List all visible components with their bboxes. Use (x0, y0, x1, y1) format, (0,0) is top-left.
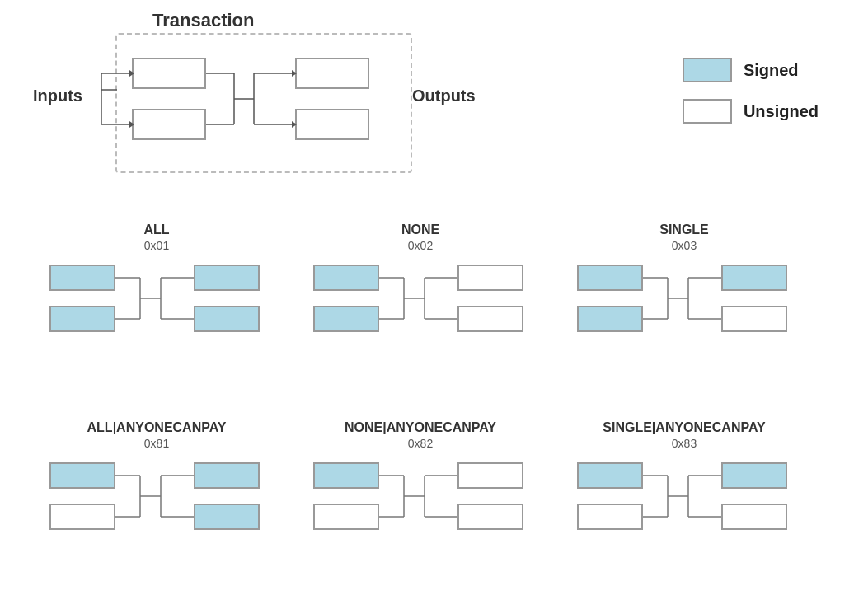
single-input-1 (577, 265, 643, 291)
transaction-label: Transaction (152, 10, 254, 31)
sighash-none-acp-title: NONE|ANYONECANPAY (345, 420, 496, 435)
top-input-box-1 (132, 58, 206, 89)
single-acp-output-1 (721, 462, 787, 489)
main-container: Signed Unsigned Transaction Inputs Outpu… (0, 0, 868, 614)
sighash-all-hex: 0x01 (144, 239, 169, 252)
none-acp-output-2 (457, 504, 523, 530)
sighash-row-1: ALL 0x01 (25, 223, 833, 343)
all-input-2 (49, 306, 115, 332)
sighash-all-acp-canvas (41, 458, 272, 541)
sighash-none-canvas (305, 260, 536, 343)
signed-box (683, 58, 732, 82)
sighash-single-acp: SINGLE|ANYONECANPAY 0x83 (552, 420, 816, 541)
single-output-2 (721, 306, 787, 332)
legend-signed: Signed (683, 58, 819, 82)
all-output-1 (194, 265, 260, 291)
single-input-2 (577, 306, 643, 332)
sighash-none-acp-hex: 0x82 (408, 437, 433, 450)
all-acp-output-1 (194, 462, 260, 489)
sighash-single-canvas (569, 260, 800, 343)
single-acp-input-1 (577, 462, 643, 489)
transaction-dashed-border (115, 33, 412, 173)
all-acp-input-2 (49, 504, 115, 530)
all-acp-output-2 (194, 504, 260, 530)
none-acp-input-1 (313, 462, 379, 489)
sighash-single-hex: 0x03 (672, 239, 697, 252)
sighash-single-title: SINGLE (659, 223, 709, 237)
sighash-all-canvas (41, 260, 272, 343)
inputs-label: Inputs (33, 87, 82, 105)
sighash-all-acp-title: ALL|ANYONECANPAY (87, 420, 227, 435)
none-input-1 (313, 265, 379, 291)
single-acp-input-2 (577, 504, 643, 530)
sighash-all: ALL 0x01 (25, 223, 289, 343)
signed-label: Signed (744, 61, 799, 80)
legend: Signed Unsigned (683, 58, 819, 124)
single-acp-output-2 (721, 504, 787, 530)
sighash-all-title: ALL (143, 223, 169, 237)
all-acp-input-1 (49, 462, 115, 489)
none-output-1 (457, 265, 523, 291)
sighash-row-2: ALL|ANYONECANPAY 0x81 (25, 420, 833, 541)
sighash-single-acp-canvas (569, 458, 800, 541)
sighash-none-acp-canvas (305, 458, 536, 541)
sighash-single: SINGLE 0x03 (552, 223, 816, 343)
sighash-all-acp: ALL|ANYONECANPAY 0x81 (25, 420, 289, 541)
sighash-none-hex: 0x02 (408, 239, 433, 252)
sighash-all-acp-hex: 0x81 (144, 437, 169, 450)
all-output-2 (194, 306, 260, 332)
sighash-single-acp-title: SINGLE|ANYONECANPAY (603, 420, 765, 435)
sighash-single-acp-hex: 0x83 (672, 437, 697, 450)
outputs-label: Outputs (412, 87, 476, 105)
top-output-box-2 (295, 109, 369, 140)
single-output-1 (721, 265, 787, 291)
all-input-1 (49, 265, 115, 291)
legend-unsigned: Unsigned (683, 99, 819, 124)
top-diagram: Transaction Inputs Outputs (25, 8, 453, 181)
top-input-box-2 (132, 109, 206, 140)
none-acp-output-1 (457, 462, 523, 489)
sighash-none-title: NONE (401, 223, 439, 237)
unsigned-label: Unsigned (744, 102, 819, 121)
none-input-2 (313, 306, 379, 332)
none-output-2 (457, 306, 523, 332)
top-output-box-1 (295, 58, 369, 89)
sighash-none-acp: NONE|ANYONECANPAY 0x82 (289, 420, 552, 541)
none-acp-input-2 (313, 504, 379, 530)
unsigned-box (683, 99, 732, 124)
sighash-none: NONE 0x02 (289, 223, 552, 343)
